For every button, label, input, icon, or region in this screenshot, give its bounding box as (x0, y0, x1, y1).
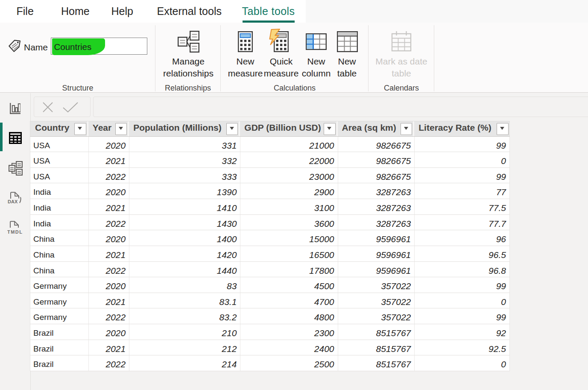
svg-text:TMDL: TMDL (7, 229, 22, 235)
svg-text:DAX: DAX (8, 199, 18, 204)
